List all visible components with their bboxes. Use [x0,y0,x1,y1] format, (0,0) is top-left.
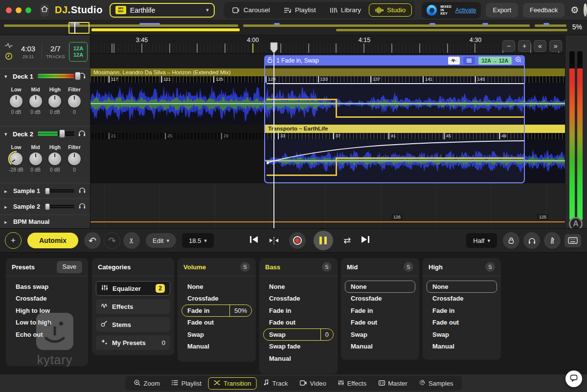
minimize-window-button[interactable] [16,7,22,13]
transition-option[interactable]: Manual [345,341,415,353]
transition-header[interactable]: 1 Fade in, Swap 12A → 12A [264,55,525,65]
redo-button[interactable]: ↷ [104,232,120,249]
tab-effects[interactable]: Effects [333,378,372,389]
preset-item[interactable]: Crossfade [10,293,84,305]
deck1-volume-fader[interactable] [38,73,74,80]
transition-option[interactable]: Fade in 50% [181,305,252,317]
deck2-volume-fader[interactable] [38,131,74,137]
activate-link[interactable]: Activate [455,7,476,14]
list-view-toggle[interactable] [463,57,475,65]
cue-monitor-button[interactable] [523,232,540,249]
bpm-automation-line[interactable] [90,221,565,222]
transition-option[interactable]: Manual [263,352,334,365]
solo-button[interactable]: S [485,262,495,272]
tab-library[interactable]: Library [324,4,367,16]
zoom-out-button[interactable]: − [502,40,515,52]
sample1-volume-fader[interactable] [45,189,74,194]
seek-forward-button[interactable]: » [549,40,562,52]
export-button[interactable]: Export [486,3,518,18]
tab-track[interactable]: Track [259,377,293,389]
preset-item[interactable]: Low to high [10,317,84,329]
eq-knob[interactable]: High 0 dB [46,87,64,115]
preset-item[interactable]: Bass swap [10,281,84,293]
add-track-button[interactable]: + [5,232,22,249]
eq-knob[interactable]: High 0 dB [46,144,64,173]
expand-chevron-icon[interactable]: ▸ [4,219,9,225]
eq-knob[interactable]: Low 0 dB [7,87,25,115]
cut-button[interactable]: ✂ [123,232,140,249]
transition-option[interactable]: Crossfade [345,293,415,305]
loop-button[interactable]: ⇄ [339,232,356,249]
option-value[interactable]: 50% [229,305,251,316]
save-preset-button[interactable]: Save [57,261,83,273]
timeline-minimap[interactable]: 5% [0,21,587,35]
headphones-cue-icon[interactable] [78,187,86,196]
transition-option[interactable]: Manual [427,341,497,353]
category-stems[interactable]: Stems [96,317,170,332]
transition-option[interactable]: Fade out [181,317,252,329]
skip-back-button[interactable] [249,235,259,246]
record-button[interactable] [289,232,306,249]
transition-option[interactable]: Swap fade [263,341,334,353]
zoom-in-transition-icon[interactable] [515,56,522,65]
tab-playlist-view[interactable]: Playlist [167,378,206,389]
pause-button[interactable] [314,231,333,250]
eq-knob[interactable]: Low -28 dB [7,144,25,173]
bpm-marker[interactable]: 126 [391,214,403,220]
tab-samples[interactable]: Samples [414,377,458,389]
transition-option[interactable]: Swap [345,328,415,341]
eq-knob[interactable]: Filter 0 [66,87,83,115]
tab-carousel[interactable]: Carousel [226,4,276,16]
snap-playhead-button[interactable] [266,232,282,249]
option-value[interactable]: 0 [320,329,333,340]
close-window-button[interactable] [6,7,12,13]
lock-icon[interactable] [267,56,273,65]
chat-support-button[interactable] [565,370,582,387]
time-ruler[interactable]: 3:454:004:154:30 [90,35,565,54]
collapse-chevron-icon[interactable]: ▾ [4,131,9,137]
transition-option[interactable]: Fade in [263,305,334,317]
tab-master[interactable]: Master [373,378,412,389]
category-effects[interactable]: Effects [96,299,170,314]
transition-option[interactable]: Swap [181,328,252,341]
minimap-viewport[interactable] [68,22,90,34]
automix-button[interactable]: Automix [27,233,78,248]
timeline-lanes[interactable]: Mosimann, Leandro Da Silva – Horizon (Ex… [90,54,565,228]
skip-forward-button[interactable] [361,235,370,246]
transition-option[interactable]: None [263,281,334,293]
metronome-button[interactable] [544,232,561,249]
transition-region[interactable] [264,55,525,183]
eq-knob[interactable]: Mid 0 dB [27,87,45,115]
solo-button[interactable]: S [404,262,413,272]
preset-item[interactable]: Echo out [10,328,84,341]
tab-transition[interactable]: Transition [208,377,257,390]
solo-button[interactable]: S [322,262,332,272]
eq-knob[interactable]: Filter 0 [66,144,83,173]
transition-option[interactable]: Crossfade [427,293,497,305]
seek-backward-button[interactable]: « [534,40,546,52]
shortcuts-button[interactable] [564,234,581,247]
waveform-view-toggle[interactable] [448,57,460,65]
expand-chevron-icon[interactable]: ▸ [4,188,9,195]
preset-item[interactable]: High to low [10,305,84,317]
transition-option[interactable]: Fade in [345,305,415,317]
solo-button[interactable]: S [240,262,250,272]
avatar[interactable] [584,3,587,17]
tab-studio[interactable]: Studio [369,3,412,17]
transition-option[interactable]: Swap [427,328,497,341]
feedback-button[interactable]: Feedback [523,3,564,18]
tab-playlist[interactable]: Playlist [278,4,322,16]
project-selector[interactable]: MP3WAV Earthlife ▾ [110,3,215,18]
transition-option[interactable]: Fade out [263,317,334,329]
transition-option[interactable]: Swap 0 [263,328,334,341]
category-my-presets[interactable]: My Presets 0 [96,335,170,350]
lock-button[interactable] [503,232,519,249]
transition-option[interactable]: Crossfade [263,293,334,305]
undo-button[interactable]: ↶ [84,232,101,249]
expand-chevron-icon[interactable]: ▸ [4,204,9,210]
transition-option[interactable]: Fade in [427,305,497,317]
settings-gear-icon[interactable]: ⚙ [570,4,579,16]
headphones-cue-icon[interactable] [78,130,86,139]
transition-option[interactable]: Fade out [345,317,415,329]
maximize-window-button[interactable] [25,7,31,13]
